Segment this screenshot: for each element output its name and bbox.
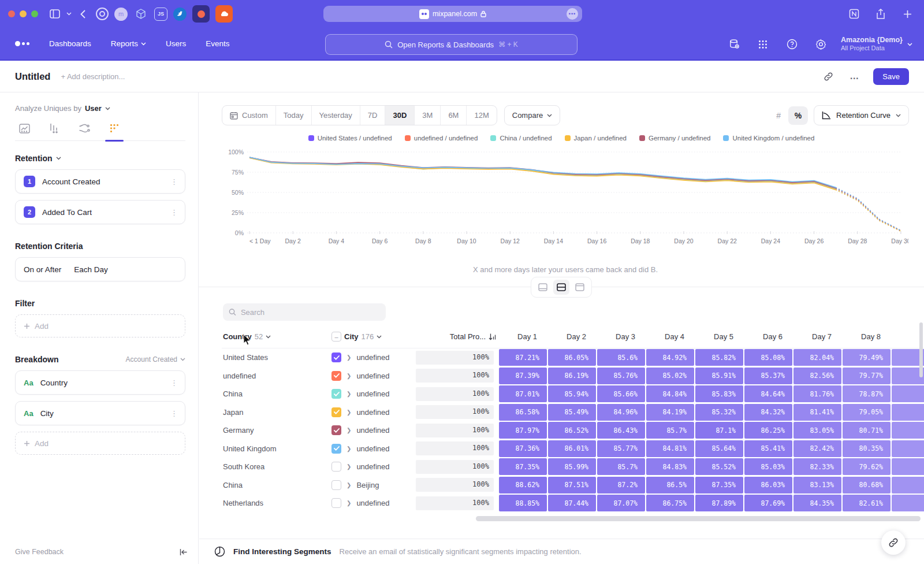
expand-row-icon[interactable]: ❯ [346,482,351,488]
add-filter-button[interactable]: Add [15,314,185,337]
breakdown-event-selector[interactable]: Account Created [126,355,185,363]
criteria-each-day[interactable]: Each Day [74,265,108,274]
cloud-extension-icon[interactable] [215,5,233,23]
retention-value-cell[interactable]: 85.7% [597,458,645,475]
retention-value-cell[interactable]: 86.43% [597,422,645,439]
retention-value-cell[interactable]: 85.49% [548,404,596,421]
retention-value-cell[interactable]: 85.32% [695,404,743,421]
tab-insights[interactable] [17,122,31,135]
retention-value-cell[interactable]: 85.02% [646,368,694,384]
series-checkbox[interactable] [331,480,341,490]
expand-row-icon[interactable]: ❯ [346,500,351,506]
range-7d[interactable]: 7D [360,106,386,125]
nav-item-reports[interactable]: Reports [111,39,146,48]
country-cell[interactable]: Germany [222,426,331,435]
retention-value-cell[interactable]: 87.97% [499,422,547,439]
tab-retention[interactable] [107,122,121,135]
retention-value-cell[interactable]: 82.33% [793,458,841,475]
vertical-scrollbar[interactable] [919,322,923,377]
retention-value-cell[interactable]: 85.7% [646,422,694,439]
retention-value-cell[interactable]: 83.05% [793,422,841,439]
city-column-header[interactable]: – City 176 [331,332,416,342]
retention-value-cell[interactable]: 79.05% [843,404,891,421]
retention-value-cell[interactable]: 86.52% [548,422,596,439]
retention-value-cell[interactable]: 85.77% [597,440,645,457]
step-options-icon[interactable]: ⋮ [170,208,178,217]
series-checkbox[interactable] [331,407,341,417]
retention-value-cell[interactable]: 88.62% [499,477,547,494]
retention-value-cell[interactable]: 85.08% [744,349,792,366]
total-column-header[interactable]: Total Pro... [416,332,498,341]
retention-value-cell[interactable]: 87.89% [695,495,743,511]
retention-value-cell[interactable]: 88.85% [499,495,547,511]
find-segments-label[interactable]: Find Interesting Segments [233,547,331,556]
series-checkbox[interactable] [331,352,341,362]
maximize-window-button[interactable] [31,10,38,17]
city-value[interactable]: undefined [356,389,389,398]
report-title[interactable]: Untitled [15,71,50,82]
save-button[interactable]: Save [873,68,909,85]
retention-value-cell[interactable]: 81.76% [793,385,841,402]
country-cell[interactable]: China [222,481,331,489]
country-cell[interactable]: China [222,389,331,398]
retention-value-cell[interactable]: 87.2% [597,477,645,494]
retention-value-cell[interactable]: 84.19% [646,404,694,421]
series-checkbox[interactable] [331,498,341,508]
retention-value-cell[interactable]: 84.81% [646,440,694,457]
retention-value-cell[interactable]: 84.83% [646,458,694,475]
legend-item[interactable]: United Kingdom / undefined [723,135,814,142]
country-cell[interactable]: South Korea [222,462,331,471]
retention-value-cell[interactable]: 87.69% [744,495,792,511]
horizontal-scrollbar[interactable] [222,516,924,521]
retention-value-cell[interactable]: 86.25% [744,422,792,439]
retention-value-cell[interactable]: 86.58% [499,404,547,421]
tab-flows[interactable] [77,122,91,135]
site-settings-icon[interactable]: ••• [567,8,578,20]
nav-item-events[interactable]: Events [206,39,229,48]
retention-value-cell[interactable]: 87.01% [499,385,547,402]
retention-value-cell[interactable]: 79.49% [843,349,891,366]
table-search-input[interactable] [241,308,380,317]
city-value[interactable]: undefined [356,353,389,362]
retention-value-cell[interactable]: 87.07% [597,495,645,511]
bird-extension-icon[interactable] [173,8,187,21]
layout-chart-focus-button[interactable] [535,280,551,295]
copy-link-icon[interactable] [820,68,836,84]
series-checkbox[interactable] [331,425,341,435]
retention-value-cell[interactable]: 87.36% [499,440,547,457]
js-extension-icon[interactable]: JS [154,8,167,21]
day-column-header[interactable]: Day 5 [695,332,744,341]
day-column-header[interactable]: Day 7 [793,332,842,341]
cube-extension-icon[interactable] [133,6,148,21]
retention-value-cell[interactable]: 79.77% [843,368,891,384]
record-extension-icon[interactable] [192,5,210,23]
retention-value-cell[interactable]: 80.35% [843,440,891,457]
retention-value-cell[interactable]: 85.82% [695,349,743,366]
retention-value-cell[interactable]: 84.84% [646,385,694,402]
retention-value-cell[interactable]: 87.35% [499,458,547,475]
city-value[interactable]: undefined [356,444,389,453]
global-search[interactable]: Open Reports & Dashboards ⌘ + K [325,34,578,55]
retention-value-cell[interactable]: 86.03% [744,477,792,494]
layout-split-button[interactable] [553,280,569,295]
retention-value-cell[interactable]: 85.64% [695,440,743,457]
close-window-button[interactable] [8,10,15,17]
retention-value-cell[interactable]: 82.04% [793,349,841,366]
retention-value-cell[interactable]: 84.96% [597,404,645,421]
retention-value-cell[interactable]: 81.41% [793,404,841,421]
retention-value-cell[interactable]: 85.91% [695,368,743,384]
breakdown-options-icon[interactable]: ⋮ [170,409,178,418]
expand-row-icon[interactable]: ❯ [346,373,351,379]
retention-value-cell[interactable]: 87.35% [695,477,743,494]
range-today[interactable]: Today [276,106,312,125]
retention-value-cell[interactable]: 86.75% [646,495,694,511]
chevron-down-icon[interactable] [65,6,73,21]
retention-value-cell[interactable]: 85.41% [744,440,792,457]
legend-item[interactable]: Germany / undefined [639,135,710,142]
retention-value-cell[interactable]: 86.5% [646,477,694,494]
expand-row-icon[interactable]: ❯ [346,427,351,433]
country-cell[interactable]: United States [222,353,331,362]
retention-value-cell[interactable]: 84.64% [744,385,792,402]
series-checkbox[interactable] [331,444,341,454]
retention-value-cell[interactable]: 79.62% [843,458,891,475]
